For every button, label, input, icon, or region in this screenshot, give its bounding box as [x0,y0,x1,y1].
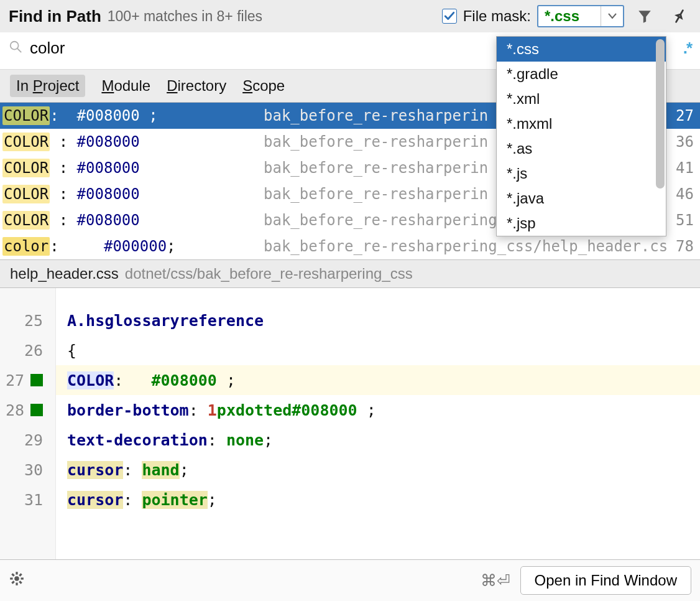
preview-header: help_header.css dotnet/css/bak_before_re… [0,259,700,288]
gutter: 25 26 27 28 29 30 31 [0,288,56,559]
dropdown-option[interactable]: *.css [497,37,666,62]
dropdown-scrollbar[interactable] [656,39,665,189]
preview-file-path: dotnet/css/bak_before_re-resharpering_cs… [125,265,413,282]
code-area[interactable]: A.hsglossaryreference { COLOR: #008000 ;… [56,288,700,559]
result-line: 36 [666,133,694,151]
settings-icon[interactable] [9,571,25,590]
match-count: 100+ matches in 8+ files [108,8,262,25]
dialog-footer: ⌘⏎ Open in Find Window [0,559,700,601]
scope-module[interactable]: Module [101,77,150,95]
svg-point-0 [11,41,19,49]
color-swatch-icon [30,374,43,386]
file-mask-checkbox[interactable] [442,9,457,24]
svg-line-9 [12,581,14,583]
open-in-find-window-button[interactable]: Open in Find Window [520,566,691,595]
search-icon [9,40,22,57]
svg-line-1 [17,48,21,52]
code-preview: 25 26 27 28 29 30 31 A.hsglossaryreferen… [0,288,700,559]
result-path: bak_before_re-resharpering_css/help_head… [264,238,666,255]
file-mask-dropdown-button[interactable] [601,6,623,26]
dropdown-option[interactable]: *.as [497,136,666,161]
svg-line-7 [12,574,14,575]
result-line: 27 [666,107,694,124]
dropdown-option[interactable]: *.js [497,161,666,186]
scope-in-project[interactable]: In Project [10,75,85,97]
keyboard-shortcut: ⌘⏎ [481,571,510,590]
preview-file-name: help_header.css [10,265,119,282]
pin-icon[interactable] [663,2,696,30]
dropdown-option[interactable]: *.mxml [497,111,666,136]
result-line: 51 [666,212,694,229]
result-line: 46 [666,185,694,203]
scope-scope[interactable]: Scope [242,77,285,95]
dialog-header: Find in Path 100+ matches in 8+ files Fi… [0,0,700,32]
scope-directory[interactable]: Directory [167,77,226,95]
svg-line-8 [19,581,21,583]
filter-icon[interactable] [630,8,659,24]
dropdown-option[interactable]: *.xml [497,86,666,111]
dropdown-option[interactable]: *.gradle [497,62,666,86]
file-mask-select[interactable]: *.css [537,5,624,27]
file-mask-label: File mask: [463,7,531,25]
dropdown-option[interactable]: *.jsp [497,211,666,236]
result-row[interactable]: color: #000000; bak_before_re-resharperi… [0,233,700,259]
result-line: 41 [666,159,694,177]
svg-point-2 [14,576,19,581]
dialog-title: Find in Path [9,7,101,26]
result-line: 78 [666,238,694,255]
svg-line-10 [19,574,21,575]
color-swatch-icon [30,404,43,416]
file-mask-dropdown[interactable]: *.css *.gradle *.xml *.mxml *.as *.js *.… [496,36,666,236]
regex-icon[interactable]: .* [683,39,691,58]
dropdown-option[interactable]: *.java [497,186,666,211]
file-mask-value: *.css [538,6,601,26]
